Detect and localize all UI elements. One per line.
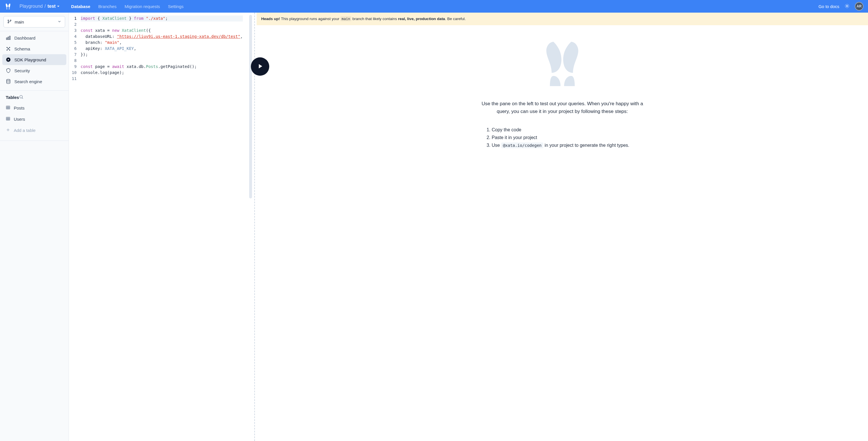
breadcrumb: Playground / test bbox=[20, 4, 60, 9]
sidebar-item-dashboard[interactable]: Dashboard bbox=[2, 32, 66, 43]
warning-branch-code: main bbox=[340, 16, 351, 21]
plus-icon bbox=[6, 128, 10, 133]
svg-marker-41 bbox=[259, 64, 262, 68]
breadcrumb-separator: / bbox=[44, 4, 45, 9]
results-step: Use @xata.io/codegen in your project to … bbox=[492, 141, 640, 149]
pane-divider[interactable] bbox=[253, 12, 257, 441]
editor-code[interactable]: import { XataClient } from "./xata"; con… bbox=[81, 15, 246, 82]
svg-line-22 bbox=[7, 49, 9, 50]
svg-line-21 bbox=[8, 47, 10, 49]
sidebar-item-label: Search engine bbox=[14, 79, 42, 84]
search-tables-icon[interactable] bbox=[19, 95, 24, 100]
code-line[interactable] bbox=[81, 22, 243, 28]
svg-point-9 bbox=[8, 20, 9, 21]
play-circle-icon bbox=[6, 57, 11, 62]
main-area: 1234567891011 import { XataClient } from… bbox=[69, 12, 868, 441]
user-avatar[interactable]: AR bbox=[855, 2, 863, 11]
breadcrumb-current[interactable]: test bbox=[48, 4, 59, 9]
svg-rect-14 bbox=[9, 36, 10, 40]
database-icon bbox=[6, 79, 11, 84]
tables-section: Tables PostsUsers Add a table bbox=[0, 90, 69, 138]
theme-toggle-icon[interactable] bbox=[844, 3, 849, 9]
breadcrumb-parent[interactable]: Playground bbox=[20, 4, 43, 9]
code-line[interactable]: console.log(page); bbox=[81, 70, 243, 76]
sidebar-item-search-engine[interactable]: Search engine bbox=[2, 76, 66, 87]
xata-logo-icon bbox=[5, 3, 11, 10]
svg-point-27 bbox=[20, 96, 22, 98]
topnav-item-settings[interactable]: Settings bbox=[168, 4, 183, 9]
svg-line-20 bbox=[7, 47, 9, 49]
run-button[interactable] bbox=[251, 57, 269, 76]
go-to-docs-link[interactable]: Go to docs bbox=[818, 4, 839, 9]
code-line[interactable]: const xata = new XataClient({ bbox=[81, 28, 243, 34]
topnav-item-branches[interactable]: Branches bbox=[98, 4, 117, 9]
table-icon bbox=[6, 105, 10, 111]
code-line[interactable]: branch: "main", bbox=[81, 40, 243, 45]
sidebar-item-label: SDK Playground bbox=[14, 57, 46, 62]
sidebar-item-sdk-playground[interactable]: SDK Playground bbox=[2, 54, 66, 65]
topnav-item-migration-requests[interactable]: Migration requests bbox=[125, 4, 160, 9]
code-line[interactable] bbox=[81, 58, 243, 64]
svg-line-28 bbox=[22, 98, 23, 99]
chevron-down-icon bbox=[57, 20, 61, 24]
svg-line-4 bbox=[848, 7, 848, 7]
sidebar-item-schema[interactable]: Schema bbox=[2, 43, 66, 54]
results-step: Copy the code bbox=[492, 126, 640, 134]
svg-point-26 bbox=[7, 79, 10, 81]
table-item-posts[interactable]: Posts bbox=[0, 102, 69, 113]
top-bar: Playground / test DatabaseBranchesMigrat… bbox=[0, 0, 868, 12]
results-intro-text: Use the pane on the left to test out you… bbox=[476, 100, 648, 115]
top-nav: DatabaseBranchesMigration requestsSettin… bbox=[71, 4, 184, 9]
shield-icon bbox=[6, 68, 11, 73]
code-line[interactable]: const page = await xata.db.Posts.getPagi… bbox=[81, 64, 243, 70]
add-table-button[interactable]: Add a table bbox=[0, 125, 69, 136]
editor-scrollbar[interactable] bbox=[249, 15, 252, 198]
svg-rect-12 bbox=[6, 38, 7, 40]
sidebar: main DashboardSchemaSDK PlaygroundSecuri… bbox=[0, 12, 69, 441]
table-item-users[interactable]: Users bbox=[0, 113, 69, 125]
svg-line-8 bbox=[848, 4, 848, 5]
code-line[interactable]: apiKey: XATA_API_KEY, bbox=[81, 45, 243, 52]
play-icon bbox=[256, 63, 264, 71]
svg-line-23 bbox=[8, 49, 10, 50]
topnav-item-database[interactable]: Database bbox=[71, 4, 90, 9]
results-steps: Copy the codePaste it in your projectUse… bbox=[485, 126, 640, 149]
xata-large-logo-icon bbox=[265, 40, 859, 88]
sidebar-nav: DashboardSchemaSDK PlaygroundSecuritySea… bbox=[0, 31, 69, 88]
code-line[interactable]: databaseURL: "https://liuv9i.us-east-1.s… bbox=[81, 34, 243, 40]
warning-banner: Heads up! This playground runs against y… bbox=[257, 12, 868, 25]
svg-rect-29 bbox=[6, 106, 10, 109]
svg-point-10 bbox=[8, 22, 9, 23]
svg-point-0 bbox=[846, 5, 848, 7]
results-step: Paste it in your project bbox=[492, 134, 640, 141]
chart-bar-icon bbox=[6, 35, 11, 40]
sidebar-item-security[interactable]: Security bbox=[2, 65, 66, 76]
code-line[interactable] bbox=[81, 76, 243, 82]
caret-down-icon bbox=[57, 5, 60, 8]
tables-heading: Tables bbox=[0, 95, 69, 102]
table-icon bbox=[6, 116, 10, 122]
sidebar-item-label: Schema bbox=[14, 46, 30, 51]
code-line[interactable]: }); bbox=[81, 52, 243, 58]
results-pane: Heads up! This playground runs against y… bbox=[257, 12, 868, 441]
svg-rect-34 bbox=[6, 117, 10, 121]
top-right-controls: Go to docs AR bbox=[818, 2, 863, 11]
sidebar-item-label: Security bbox=[14, 68, 30, 73]
code-line[interactable]: import { XataClient } from "./xata"; bbox=[81, 15, 243, 22]
branch-name: main bbox=[14, 20, 55, 24]
schema-icon bbox=[6, 46, 11, 51]
inline-code: @xata.io/codegen bbox=[501, 142, 544, 148]
sidebar-item-label: Dashboard bbox=[14, 36, 35, 40]
warning-heading: Heads up! bbox=[261, 16, 280, 21]
svg-rect-13 bbox=[8, 37, 9, 40]
branch-selector[interactable]: main bbox=[3, 16, 65, 28]
code-editor-pane[interactable]: 1234567891011 import { XataClient } from… bbox=[69, 12, 253, 441]
svg-point-11 bbox=[10, 20, 11, 21]
editor-gutter: 1234567891011 bbox=[69, 15, 81, 82]
git-branch-icon bbox=[7, 19, 12, 25]
